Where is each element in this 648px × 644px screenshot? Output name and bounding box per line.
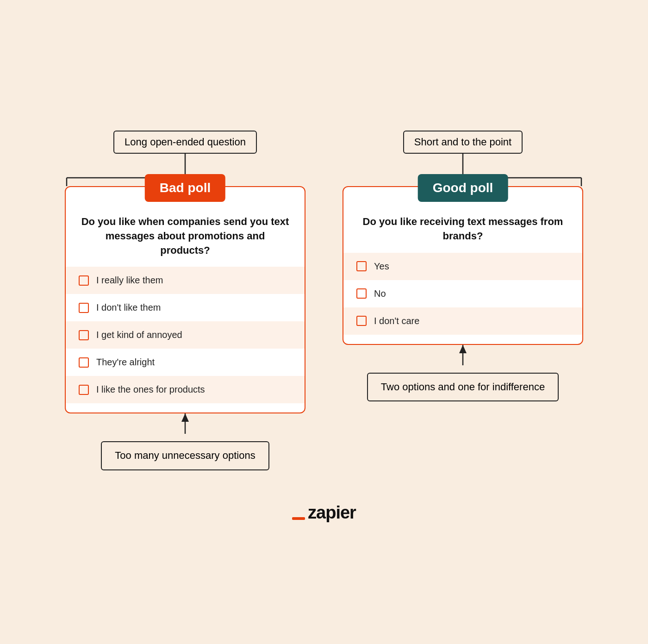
bad-poll-annotation-bottom-area: Too many unnecessary options xyxy=(65,413,305,470)
checkbox-icon xyxy=(79,275,89,286)
checkbox-icon xyxy=(79,303,89,313)
bad-poll-card: Bad poll Do you like when companies send… xyxy=(65,186,305,413)
good-poll-option-3: I don't care xyxy=(343,307,582,335)
good-poll-annotation-bottom: Two options and one for indifference xyxy=(367,373,559,402)
bad-poll-option-2: I don't like them xyxy=(66,294,305,321)
bad-poll-options: I really like them I don't like them I g… xyxy=(66,267,305,403)
zapier-brand-name: zapier xyxy=(308,503,356,523)
checkbox-icon xyxy=(79,330,89,340)
svg-marker-4 xyxy=(181,413,189,422)
checkbox-icon xyxy=(79,385,89,395)
good-poll-annotation-bottom-area: Two options and one for indifference xyxy=(343,345,583,402)
good-poll-annotation-top: Short and to the point xyxy=(403,131,523,154)
bad-poll-badge: Bad poll xyxy=(145,174,225,202)
checkbox-icon xyxy=(79,357,89,368)
zapier-logo: zapier xyxy=(292,503,356,523)
bad-poll-option-1: I really like them xyxy=(66,267,305,294)
bad-poll-option-3: I get kind of annoyed xyxy=(66,321,305,349)
good-poll-wrapper: Good poll Do you like receiving text mes… xyxy=(343,186,583,401)
good-poll-option-1: Yes xyxy=(343,253,582,280)
bad-poll-annotation-bottom: Too many unnecessary options xyxy=(101,441,269,470)
good-poll-bottom-arrow xyxy=(454,345,472,373)
svg-marker-9 xyxy=(459,345,467,353)
zapier-underscore-icon xyxy=(292,517,305,520)
good-poll-badge: Good poll xyxy=(418,174,508,202)
good-poll-column: Short and to the point Good poll Do you … xyxy=(343,131,583,401)
checkbox-icon xyxy=(356,261,367,271)
bad-poll-option-5: I like the ones for products xyxy=(66,376,305,403)
bad-poll-column: Long open-ended question Bad poll Do you… xyxy=(65,131,305,470)
checkbox-icon xyxy=(356,316,367,326)
good-poll-option-2: No xyxy=(343,280,582,307)
main-container: Long open-ended question Bad poll Do you… xyxy=(46,131,602,470)
good-poll-card: Good poll Do you like receiving text mes… xyxy=(343,186,583,345)
checkbox-icon xyxy=(356,288,367,299)
bad-poll-bottom-arrow xyxy=(176,413,194,441)
bad-poll-wrapper: Bad poll Do you like when companies send… xyxy=(65,186,305,470)
bad-poll-option-4: They're alright xyxy=(66,349,305,376)
bad-poll-annotation-top: Long open-ended question xyxy=(113,131,257,154)
good-poll-options: Yes No I don't care xyxy=(343,253,582,335)
